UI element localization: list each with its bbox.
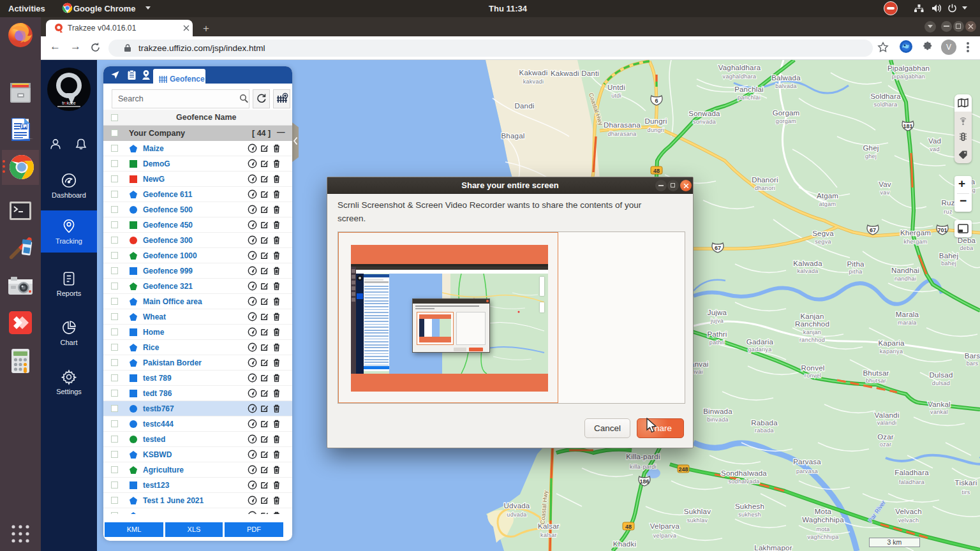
svg-text:Dulsad: Dulsad bbox=[930, 371, 953, 379]
svg-text:Khadki: Khadki bbox=[613, 540, 636, 548]
svg-text:parvasa: parvasa bbox=[796, 468, 818, 474]
svg-text:Kaparia: Kaparia bbox=[878, 339, 904, 347]
svg-text:Ronvel: Ronvel bbox=[801, 364, 825, 372]
svg-text:Binwada: Binwada bbox=[703, 408, 732, 415]
svg-text:Kanjan: Kanjan bbox=[800, 312, 824, 320]
svg-text:Bhutsar: Bhutsar bbox=[863, 369, 889, 377]
svg-text:dungri: dungri bbox=[648, 127, 665, 133]
svg-text:Mota: Mota bbox=[815, 508, 832, 515]
svg-text:Vav: Vav bbox=[879, 180, 891, 188]
svg-text:701: 701 bbox=[937, 227, 947, 233]
svg-text:Kalwada: Kalwada bbox=[793, 260, 822, 267]
svg-text:Panchlai: Panchlai bbox=[734, 85, 764, 93]
svg-text:Sukhesh: Sukhesh bbox=[735, 503, 764, 510]
svg-text:Dhanori: Dhanori bbox=[752, 176, 778, 184]
svg-text:Ghej: Ghej bbox=[863, 144, 879, 152]
svg-text:ozar: ozar bbox=[880, 441, 892, 448]
svg-text:sodhalvada: sodhalvada bbox=[728, 478, 759, 485]
svg-text:deba: deba bbox=[960, 245, 973, 251]
svg-text:balvada: balvada bbox=[775, 83, 797, 89]
svg-text:sukhlav: sukhlav bbox=[687, 517, 708, 524]
svg-text:sonvada: sonvada bbox=[693, 119, 716, 125]
svg-text:ruz: ruz bbox=[944, 209, 953, 215]
svg-text:bahej: bahej bbox=[941, 260, 956, 267]
svg-text:vankal: vankal bbox=[930, 409, 948, 415]
svg-text:kakvadi: kakvadi bbox=[523, 78, 544, 85]
svg-text:Pathri: Pathri bbox=[707, 330, 727, 338]
svg-text:dhanori: dhanori bbox=[755, 185, 775, 191]
svg-text:Jujwa: Jujwa bbox=[708, 309, 727, 316]
svg-text:utdi: utdi bbox=[611, 92, 621, 99]
svg-text:Ruz: Ruz bbox=[941, 199, 954, 207]
svg-text:Bars: Bars bbox=[965, 352, 980, 360]
svg-text:Velvach: Velvach bbox=[895, 508, 922, 515]
svg-text:tirs: tirs bbox=[961, 489, 970, 496]
svg-text:Bhagal: Bhagal bbox=[501, 132, 524, 140]
svg-text:Lakhmapor: Lakhmapor bbox=[754, 544, 792, 551]
svg-text:Nandhai: Nandhai bbox=[891, 267, 919, 274]
svg-text:gadariya: gadariya bbox=[748, 346, 772, 353]
svg-text:ghej: ghej bbox=[865, 153, 877, 159]
svg-text:Soldhara: Soldhara bbox=[870, 92, 901, 100]
svg-text:sukhesh: sukhesh bbox=[738, 511, 761, 518]
svg-text:faladhara: faladhara bbox=[899, 479, 924, 485]
svg-text:Valandi: Valandi bbox=[875, 411, 900, 419]
svg-text:181: 181 bbox=[903, 123, 912, 129]
svg-text:67: 67 bbox=[715, 245, 721, 251]
svg-text:segva: segva bbox=[815, 239, 831, 245]
svg-text:bhutsar: bhutsar bbox=[866, 378, 886, 384]
svg-text:panchlai: panchlai bbox=[738, 94, 761, 101]
svg-text:Dandi: Dandi bbox=[514, 102, 534, 110]
svg-text:Gadaria: Gadaria bbox=[746, 338, 774, 346]
svg-text:Pipalgabhan: Pipalgabhan bbox=[887, 64, 930, 72]
svg-text:Marala: Marala bbox=[896, 311, 919, 318]
svg-text:Kakwadi: Kakwadi bbox=[519, 69, 548, 77]
svg-text:Vaghaldhara: Vaghaldhara bbox=[718, 64, 761, 71]
svg-text:48: 48 bbox=[625, 524, 632, 530]
svg-text:vav: vav bbox=[880, 189, 890, 196]
svg-text:Khergam: Khergam bbox=[900, 229, 931, 237]
svg-text:Parvasa: Parvasa bbox=[793, 458, 821, 466]
svg-text:Udvada: Udvada bbox=[504, 502, 530, 510]
svg-text:Bahej: Bahej bbox=[939, 252, 958, 260]
svg-text:Sukhlav: Sukhlav bbox=[684, 508, 711, 515]
svg-text:48: 48 bbox=[653, 168, 660, 174]
svg-text:gorgam: gorgam bbox=[776, 118, 796, 124]
svg-text:pipalgabhan: pipalgabhan bbox=[892, 73, 925, 80]
svg-text:nandhai: nandhai bbox=[895, 276, 916, 282]
svg-text:marala: marala bbox=[898, 320, 916, 326]
svg-text:Ranchhod: Ranchhod bbox=[795, 320, 829, 328]
svg-text:kapariya: kapariya bbox=[880, 348, 903, 355]
svg-text:mota: mota bbox=[816, 526, 829, 533]
svg-text:Tiskari: Tiskari bbox=[955, 479, 977, 487]
svg-text:velparva: velparva bbox=[653, 533, 676, 539]
svg-text:kanjan: kanjan bbox=[803, 329, 821, 335]
svg-text:valandi: valandi bbox=[877, 420, 897, 426]
svg-text:ranchhod: ranchhod bbox=[799, 337, 825, 343]
svg-text:killa-pardi: killa-pardi bbox=[630, 464, 657, 470]
svg-text:Ozar: Ozar bbox=[877, 433, 894, 441]
svg-text:atgam: atgam bbox=[819, 201, 836, 207]
svg-text:binvada: binvada bbox=[707, 416, 729, 423]
svg-text:ronvel: ronvel bbox=[805, 372, 821, 379]
svg-text:pathri: pathri bbox=[709, 339, 725, 346]
svg-text:6: 6 bbox=[655, 98, 658, 104]
svg-text:Segva: Segva bbox=[812, 230, 834, 237]
svg-text:Untdi: Untdi bbox=[607, 84, 625, 91]
svg-text:vaghchhipa: vaghchhipa bbox=[807, 534, 838, 540]
svg-text:Dharasana: Dharasana bbox=[604, 121, 641, 129]
svg-text:khergam: khergam bbox=[903, 239, 927, 245]
svg-text:Vad: Vad bbox=[928, 137, 941, 145]
svg-text:Sonwada: Sonwada bbox=[688, 110, 720, 117]
svg-text:Vankal: Vankal bbox=[928, 400, 951, 408]
svg-text:Kakwadi Danti: Kakwadi Danti bbox=[551, 70, 599, 77]
svg-text:velvach: velvach bbox=[898, 517, 919, 524]
svg-text:Pitha: Pitha bbox=[847, 260, 865, 268]
svg-text:Waghchhipa: Waghchhipa bbox=[802, 516, 844, 524]
svg-text:dulsad: dulsad bbox=[932, 380, 950, 386]
svg-text:rabada: rabada bbox=[755, 427, 774, 434]
svg-text:67: 67 bbox=[870, 227, 876, 233]
svg-text:Faladhara: Faladhara bbox=[895, 469, 929, 476]
svg-text:Balwada: Balwada bbox=[771, 74, 801, 82]
svg-text:jujva: jujva bbox=[710, 318, 724, 324]
